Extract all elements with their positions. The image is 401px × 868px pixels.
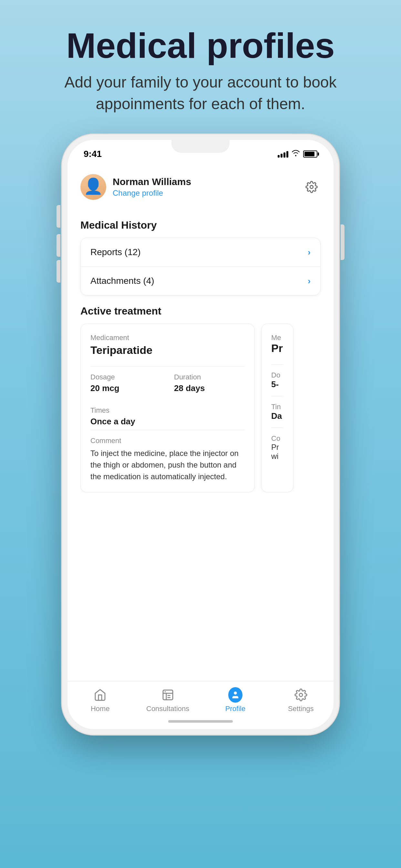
home-bar [168, 720, 233, 723]
status-icons [278, 150, 317, 158]
status-bar: 9:41 [67, 140, 334, 164]
notch [172, 140, 229, 153]
settings-button[interactable] [303, 178, 320, 196]
app-content: Norman Williams Change profile Medical H… [67, 164, 334, 681]
dosage-field: Dosage 20 mcg [90, 373, 161, 393]
attachments-label: Attachments (4) [90, 276, 154, 286]
partial-comment-text: Prwi [271, 443, 283, 461]
chevron-right-icon: › [308, 276, 311, 286]
phone-screen: 9:41 [67, 140, 334, 729]
gear-icon [305, 181, 318, 193]
profile-info: Norman Williams Change profile [81, 174, 191, 200]
signal-bars-icon [278, 151, 288, 158]
reports-item[interactable]: Reports (12) › [81, 238, 320, 267]
consultations-icon [161, 688, 175, 702]
treatment-card-main: Medicament Teriparatide Dosage 20 mcg Du… [81, 323, 255, 492]
wifi-icon [291, 150, 300, 158]
partial-comment-label: Co [271, 434, 283, 443]
dosage-duration-row: Dosage 20 mcg Duration 28 days [90, 366, 245, 393]
treatment-card-partial: Me Pr Do 5- Tin Da Co Prwi [261, 323, 294, 492]
times-label: Times [90, 406, 245, 414]
bottom-nav: Home Consultations [67, 681, 334, 716]
chevron-right-icon: › [308, 247, 311, 257]
page-subheadline: Add your family to your account to book … [55, 71, 346, 115]
nav-consultations[interactable]: Consultations [146, 688, 189, 713]
settings-nav-icon [294, 688, 308, 702]
settings-nav-label: Settings [288, 705, 314, 713]
svg-rect-1 [163, 690, 173, 700]
svg-point-7 [234, 692, 237, 694]
medicament-label: Medicament [90, 334, 245, 342]
medical-history-section: Medical History Reports (12) › Attachmen… [67, 210, 334, 299]
active-treatment-section: Active treatment Medicament Teriparatide… [67, 299, 334, 496]
partial-times-val: Da [271, 411, 283, 421]
user-name: Norman Williams [113, 176, 191, 187]
times-row: Times Once a day [90, 400, 245, 427]
phone-shell: 9:41 [62, 134, 339, 735]
comment-label: Comment [90, 437, 245, 445]
treatment-scroll: Medicament Teriparatide Dosage 20 mcg Du… [81, 323, 320, 492]
comment-text: To inject the medicine, place the inject… [90, 447, 245, 483]
profile-header: Norman Williams Change profile [67, 164, 334, 210]
battery-icon [303, 151, 317, 158]
nav-profile[interactable]: Profile [216, 688, 255, 713]
medicament-name: Teriparatide [90, 344, 245, 356]
attachments-item[interactable]: Attachments (4) › [81, 267, 320, 295]
dosage-value: 20 mcg [90, 383, 161, 393]
partial-med-label: Me [271, 334, 283, 342]
partial-dosage-label: Do [271, 371, 283, 379]
medical-history-title: Medical History [81, 219, 320, 231]
page-header: Medical profiles Add your family to your… [29, 0, 372, 134]
home-indicator [67, 716, 334, 729]
times-value: Once a day [90, 416, 245, 427]
change-profile-link[interactable]: Change profile [113, 189, 191, 197]
home-icon [93, 688, 107, 702]
svg-point-0 [310, 186, 313, 189]
partial-times-label: Tin [271, 403, 283, 411]
partial-med-name: Pr [271, 342, 283, 354]
page-headline: Medical profiles [55, 26, 346, 65]
profile-text: Norman Williams Change profile [113, 176, 191, 197]
profile-nav-icon [228, 688, 243, 702]
times-field: Times Once a day [90, 406, 245, 427]
duration-label: Duration [174, 373, 245, 381]
home-nav-label: Home [91, 705, 110, 713]
profile-nav-label: Profile [225, 705, 245, 713]
duration-field: Duration 28 days [174, 373, 245, 393]
nav-home[interactable]: Home [81, 688, 120, 713]
avatar [81, 174, 106, 200]
nav-settings[interactable]: Settings [281, 688, 320, 713]
svg-point-8 [299, 693, 303, 696]
status-time: 9:41 [84, 149, 102, 159]
medical-history-card: Reports (12) › Attachments (4) › [81, 238, 320, 296]
reports-label: Reports (12) [90, 247, 141, 257]
duration-value: 28 days [174, 383, 245, 393]
active-treatment-title: Active treatment [81, 305, 320, 317]
partial-dosage-val: 5- [271, 379, 283, 390]
consultations-nav-label: Consultations [146, 705, 189, 713]
dosage-label: Dosage [90, 373, 161, 381]
comment-section: Comment To inject the medicine, place th… [90, 430, 245, 483]
